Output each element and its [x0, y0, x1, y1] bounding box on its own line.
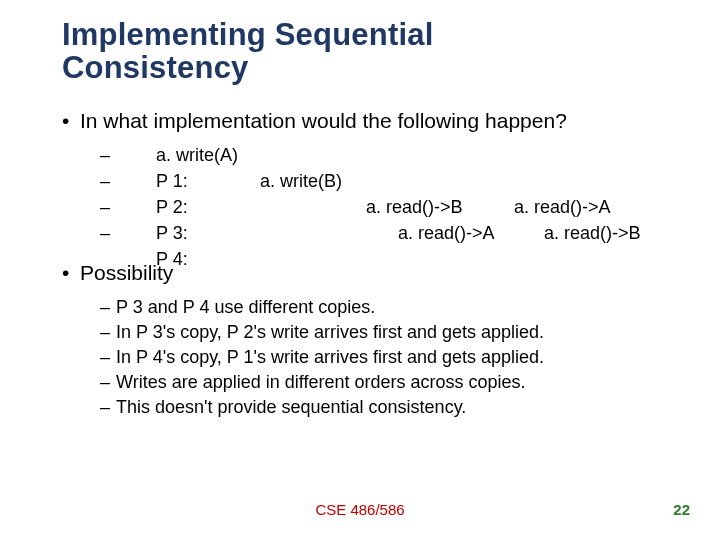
- possibility-item: In P 3's copy, P 2's write arrives first…: [100, 320, 682, 345]
- process-timeline: P 1:a. write(A) P 2:a. write(B) P 3:a. r…: [62, 142, 682, 246]
- possibility-item: Writes are applied in different orders a…: [100, 370, 682, 395]
- title-line-2: Consistency: [62, 50, 249, 85]
- slide-body: In what implementation would the followi…: [62, 108, 682, 434]
- bullet-question: In what implementation would the followi…: [62, 108, 682, 134]
- p2-write-b: a. write(B): [260, 168, 342, 194]
- possibility-item: P 3 and P 4 use different copies.: [100, 295, 682, 320]
- row-p3: P 3:a. read()->Ba. read()->A: [100, 194, 682, 220]
- bullet-possibility: Possibility: [62, 260, 682, 286]
- footer-course: CSE 486/586: [0, 501, 720, 518]
- p3-read-a: a. read()->A: [514, 194, 611, 220]
- row-p4: P 4:a. read()->Aa. read()->B: [100, 220, 682, 246]
- slide-number: 22: [673, 501, 690, 518]
- row-p2: P 2:a. write(B): [100, 168, 682, 194]
- title-line-1: Implementing Sequential: [62, 17, 433, 52]
- p3-read-b: a. read()->B: [366, 194, 463, 220]
- possibility-list: P 3 and P 4 use different copies. In P 3…: [62, 295, 682, 421]
- slide: Implementing Sequential Consistency In w…: [0, 0, 720, 540]
- row-p1: P 1:a. write(A): [100, 142, 682, 168]
- p4-read-b: a. read()->B: [544, 220, 641, 246]
- p4-read-a: a. read()->A: [398, 220, 495, 246]
- possibility-item: In P 4's copy, P 1's write arrives first…: [100, 345, 682, 370]
- possibility-item: This doesn't provide sequential consiste…: [100, 395, 682, 420]
- p1-write-a: a. write(A): [156, 142, 238, 168]
- slide-title: Implementing Sequential Consistency: [62, 18, 433, 85]
